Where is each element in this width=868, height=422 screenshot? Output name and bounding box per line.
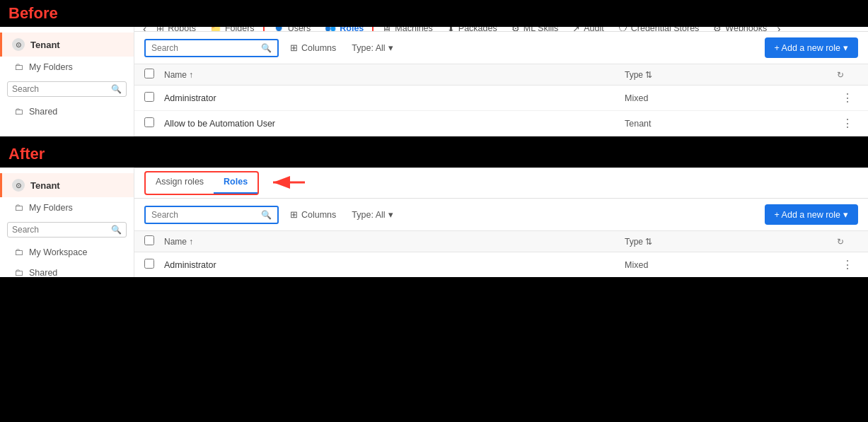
tab-robots[interactable]: ⊞ Robots <box>149 27 203 32</box>
roles-icon: 👥 <box>325 27 336 32</box>
add-role-chevron-icon: ▾ <box>843 42 848 53</box>
robots-label: Robots <box>168 27 196 32</box>
tab-credential-stores[interactable]: 🛡 Credential Stores <box>611 27 707 32</box>
before-main-search[interactable]: 🔍 <box>144 39 279 57</box>
folders-label: Folders <box>225 27 255 32</box>
after-my-folders-item[interactable]: 🗀 My Folders <box>0 197 134 218</box>
tab-nav-left[interactable]: ‹ <box>140 27 149 32</box>
webhooks-label: Webhooks <box>725 27 767 32</box>
after-panel: ⊙ Tenant 🗀 My Folders 🔍 🗀 My Workspace 🗀… <box>0 168 868 277</box>
sub-tab-roles[interactable]: Roles <box>214 172 257 194</box>
after-row-1-menu[interactable]: ⋮ <box>837 258 858 271</box>
after-select-all-checkbox[interactable] <box>144 235 154 245</box>
type-sort-icon: ⇅ <box>645 70 652 80</box>
before-main-search-icon: 🔍 <box>261 43 272 53</box>
after-search-icon-btn[interactable]: 🔍 <box>111 225 122 235</box>
after-main-search-icon: 🔍 <box>261 210 272 220</box>
row-2-name: Allow to be Automation User <box>164 119 625 129</box>
select-all-checkbox[interactable] <box>144 69 154 78</box>
highlighted-tabs-group: 👤 Users 👥 Roles <box>263 27 374 32</box>
tab-folders[interactable]: 📁 Folders <box>203 27 262 32</box>
after-sidebar: ⊙ Tenant 🗀 My Folders 🔍 🗀 My Workspace 🗀… <box>0 168 134 277</box>
tenant-item[interactable]: ⊙ Tenant <box>0 33 134 57</box>
tab-audit[interactable]: ↗ Audit <box>565 27 611 32</box>
users-icon: 👤 <box>273 27 284 32</box>
row-2-checkbox[interactable] <box>144 117 154 127</box>
table-row: Allow to be Automation User Tenant ⋮ <box>134 111 868 136</box>
after-columns-icon: ⊞ <box>290 209 298 220</box>
credential-stores-label: Credential Stores <box>631 27 700 32</box>
add-role-button[interactable]: + Add a new role ▾ <box>765 37 858 58</box>
refresh-icon[interactable]: ↻ <box>837 70 844 80</box>
col-type-label: Type <box>625 70 643 80</box>
after-main-search[interactable]: 🔍 <box>144 206 279 224</box>
after-my-workspace-label: My Workspace <box>29 247 87 257</box>
tab-packages[interactable]: ⬇ Packages <box>440 27 504 32</box>
after-workspace-icon: 🗀 <box>14 247 23 257</box>
columns-label: Columns <box>301 43 336 53</box>
type-chevron-icon: ▾ <box>388 42 393 53</box>
after-columns-button[interactable]: ⊞ Columns <box>286 206 340 223</box>
before-search-icon-btn[interactable]: 🔍 <box>111 84 122 94</box>
tenant-icon: ⊙ <box>12 38 25 51</box>
header-action-col: ↻ <box>837 70 858 80</box>
before-label: Before <box>8 4 58 22</box>
before-sidebar: ⊙ Tenant 🗀 My Folders 🔍 🗀 Shared <box>0 27 134 136</box>
tab-ml-skills[interactable]: ⚙ ML Skills <box>504 27 566 32</box>
sub-tab-assign-roles[interactable]: Assign roles <box>146 172 214 194</box>
row-1-checkbox[interactable] <box>144 92 154 102</box>
after-add-role-label: + Add a new role <box>775 210 840 220</box>
before-search-box[interactable]: 🔍 <box>7 81 127 97</box>
before-toolbar: 🔍 ⊞ Columns Type: All ▾ + Add a new role… <box>134 32 868 64</box>
after-type-sort-icon: ⇅ <box>645 237 652 247</box>
after-columns-label: Columns <box>301 210 336 220</box>
after-type-filter-button[interactable]: Type: All ▾ <box>347 206 397 223</box>
before-main-search-input[interactable] <box>151 43 261 53</box>
after-row-1-checkbox[interactable] <box>144 259 154 269</box>
tab-roles[interactable]: 👥 Roles <box>318 27 371 32</box>
after-add-role-button[interactable]: + Add a new role ▾ <box>765 204 858 225</box>
header-name-col[interactable]: Name ↑ <box>164 70 625 80</box>
folders-icon: 📁 <box>210 27 221 32</box>
header-check-col <box>144 69 164 81</box>
ml-skills-icon: ⚙ <box>511 27 520 32</box>
packages-icon: ⬇ <box>447 27 455 32</box>
after-toolbar: 🔍 ⊞ Columns Type: All ▾ + Add a new role… <box>134 199 868 230</box>
after-header-type-col[interactable]: Type ⇅ <box>625 237 837 247</box>
columns-button[interactable]: ⊞ Columns <box>286 40 340 56</box>
tab-nav-right[interactable]: › <box>774 27 783 32</box>
after-folder-icon: 🗀 <box>14 202 23 213</box>
tab-webhooks[interactable]: ⚙ Webhooks <box>706 27 774 32</box>
after-my-folders-label: My Folders <box>29 203 73 213</box>
after-refresh-icon[interactable]: ↻ <box>837 237 844 247</box>
after-shared-item[interactable]: 🗀 Shared <box>0 262 134 277</box>
my-folders-label: My Folders <box>29 62 73 72</box>
after-row-1-type: Mixed <box>625 260 837 270</box>
my-folders-item[interactable]: 🗀 My Folders <box>0 57 134 77</box>
after-shared-label: Shared <box>29 268 57 278</box>
after-header-name-col[interactable]: Name ↑ <box>164 237 625 247</box>
before-tab-bar: ‹ ⊞ Robots 📁 Folders 👤 Users 👥 Roles <box>134 27 868 32</box>
shared-item[interactable]: 🗀 Shared <box>0 101 134 122</box>
add-role-label: + Add a new role <box>775 43 840 53</box>
type-filter-button[interactable]: Type: All ▾ <box>347 40 397 56</box>
row-1-menu[interactable]: ⋮ <box>837 91 858 105</box>
tab-machines[interactable]: 🖥 Machines <box>375 27 440 32</box>
after-header-check-col <box>144 235 164 247</box>
header-type-col[interactable]: Type ⇅ <box>625 70 837 80</box>
after-type-chevron-icon: ▾ <box>388 209 393 220</box>
ml-skills-label: ML Skills <box>523 27 559 32</box>
row-2-menu[interactable]: ⋮ <box>837 117 858 130</box>
after-tenant-item[interactable]: ⊙ Tenant <box>0 173 134 197</box>
after-search-box[interactable]: 🔍 <box>7 222 127 238</box>
after-col-name-label: Name <box>164 237 187 247</box>
type-filter-label: Type: All <box>352 43 385 53</box>
after-search-input[interactable] <box>12 225 111 235</box>
after-my-workspace-item[interactable]: 🗀 My Workspace <box>0 242 134 262</box>
audit-label: Audit <box>584 27 604 32</box>
robots-icon: ⊞ <box>156 27 164 32</box>
before-search-input[interactable] <box>12 84 111 94</box>
after-main-search-input[interactable] <box>151 210 261 220</box>
machines-label: Machines <box>395 27 433 32</box>
tab-users[interactable]: 👤 Users <box>266 27 318 32</box>
